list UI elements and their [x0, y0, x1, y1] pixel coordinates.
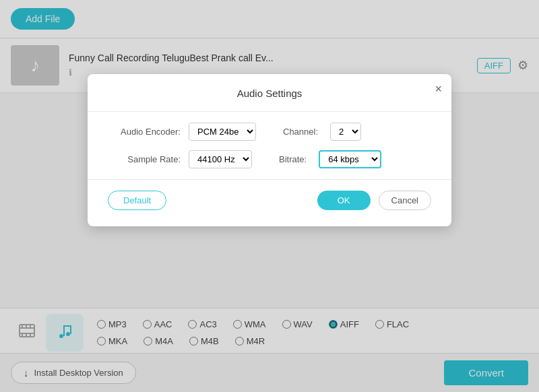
modal-divider-top: [88, 111, 451, 112]
channel-label: Channel:: [283, 127, 323, 137]
modal-row-encoder: Audio Encoder: PCM 24be PCM 16be AAC Cha…: [108, 123, 431, 141]
modal-footer-right: OK Cancel: [317, 191, 431, 210]
ok-button[interactable]: OK: [317, 191, 371, 210]
bitrate-label: Bitrate:: [279, 154, 312, 164]
bitrate-select[interactable]: 64 kbps 128 kbps 192 kbps 320 kbps: [319, 150, 381, 168]
bitrate-group: Bitrate: 64 kbps 128 kbps 192 kbps 320 k…: [279, 150, 381, 168]
default-button[interactable]: Default: [108, 191, 166, 210]
sample-rate-select[interactable]: 44100 Hz 22050 Hz 48000 Hz: [189, 150, 252, 168]
modal-divider-bottom: [88, 179, 451, 180]
modal-footer: Default OK Cancel: [108, 191, 431, 210]
cancel-button[interactable]: Cancel: [379, 191, 431, 210]
channel-select[interactable]: 2 1: [330, 123, 361, 141]
sample-rate-label: Sample Rate:: [108, 154, 189, 164]
modal-title: Audio Settings: [108, 88, 431, 99]
audio-settings-modal: × Audio Settings Audio Encoder: PCM 24be…: [88, 74, 451, 226]
modal-overlay: × Audio Settings Audio Encoder: PCM 24be…: [0, 0, 539, 392]
audio-encoder-select[interactable]: PCM 24be PCM 16be AAC: [189, 123, 256, 141]
channel-group: Channel: 2 1: [283, 123, 361, 141]
audio-encoder-label: Audio Encoder:: [108, 127, 189, 137]
modal-row-samplerate: Sample Rate: 44100 Hz 22050 Hz 48000 Hz …: [108, 150, 431, 168]
modal-close-button[interactable]: ×: [435, 82, 442, 96]
